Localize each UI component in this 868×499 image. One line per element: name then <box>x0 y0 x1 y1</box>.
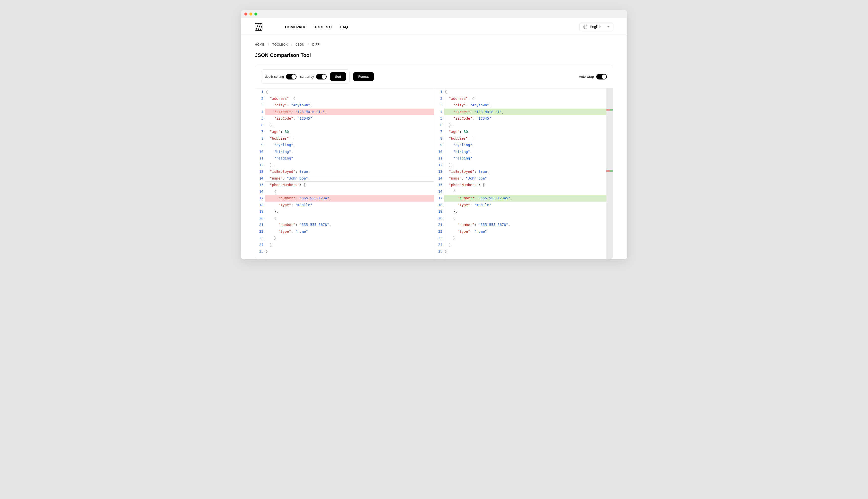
code-line[interactable]: "reading" <box>444 155 606 162</box>
breadcrumb-separator: / <box>291 43 292 46</box>
breadcrumb-item[interactable]: TOOLBOX <box>273 43 288 46</box>
breadcrumb-item[interactable]: JSON <box>296 43 304 46</box>
code-line[interactable]: "cycling", <box>444 142 606 148</box>
depth-sorting-label: depth-sorting <box>265 75 284 78</box>
code-line[interactable]: "hiking", <box>265 148 434 155</box>
code-line[interactable]: "zipCode": "12345" <box>265 115 434 122</box>
code-line[interactable]: "phoneNumbers": [ <box>444 182 606 188</box>
sort-array-toggle[interactable] <box>316 74 327 80</box>
code-line[interactable]: "hobbies": [ <box>444 135 606 142</box>
code-line[interactable]: }, <box>444 208 606 215</box>
code-line[interactable]: { <box>444 188 606 195</box>
code-line[interactable]: "cycling", <box>265 142 434 148</box>
code-line[interactable]: { <box>265 88 434 95</box>
code-line[interactable]: { <box>444 215 606 222</box>
breadcrumb-item[interactable]: HOME <box>255 43 264 46</box>
code-line[interactable]: "street": "123 Main St", <box>444 109 606 115</box>
left-pane[interactable]: 1234567891011121314151617181920212223242… <box>255 88 434 259</box>
code-line[interactable]: ], <box>265 162 434 169</box>
close-window-icon[interactable] <box>244 13 248 15</box>
breadcrumb-item[interactable]: DIFF <box>312 43 320 46</box>
breadcrumb: HOME / TOOLBOX / JSON / DIFF <box>241 36 627 46</box>
code-line[interactable]: }, <box>265 122 434 129</box>
line-number: 16 <box>434 188 443 195</box>
language-selector[interactable]: English <box>579 23 613 31</box>
code-line[interactable]: "type": "home" <box>265 228 434 235</box>
line-number: 8 <box>434 135 443 142</box>
code-line[interactable]: "name": "John Doe", <box>444 175 606 182</box>
line-number: 5 <box>255 115 263 122</box>
maximize-window-icon[interactable] <box>254 13 257 15</box>
line-number: 20 <box>434 215 443 222</box>
code-line[interactable]: "number": "555-555-12345", <box>444 195 606 202</box>
code-line[interactable]: } <box>444 248 606 255</box>
line-number: 20 <box>255 215 263 222</box>
depth-sorting-toggle[interactable] <box>286 74 297 80</box>
code-line[interactable]: { <box>265 215 434 222</box>
chevron-down-icon <box>607 26 610 27</box>
right-code[interactable]: { "address": { "city": "Anytown", "stree… <box>444 88 606 259</box>
code-line[interactable]: "street": "123 Main St.", <box>265 109 434 115</box>
page-title: JSON Comparison Tool <box>241 46 627 62</box>
minimize-window-icon[interactable] <box>249 13 252 15</box>
code-line[interactable]: }, <box>444 122 606 129</box>
code-line[interactable]: ] <box>265 242 434 248</box>
nav-toolbox[interactable]: TOOLBOX <box>314 25 333 29</box>
line-number: 23 <box>255 235 263 242</box>
minimap-diff-marker[interactable] <box>606 170 613 172</box>
right-pane[interactable]: 1234567891011121314151617181920212223242… <box>434 88 613 259</box>
code-line[interactable]: "address": { <box>444 95 606 102</box>
code-line[interactable]: "zipCode": "12345" <box>444 115 606 122</box>
code-line[interactable]: "hobbies": [ <box>265 135 434 142</box>
line-number: 9 <box>255 142 263 148</box>
code-line[interactable]: "isEmployed": true, <box>444 168 606 175</box>
code-line[interactable]: "type": "mobile" <box>265 202 434 208</box>
code-line[interactable]: "isEmployed": true, <box>265 168 434 175</box>
sort-button[interactable]: Sort <box>330 72 346 81</box>
breadcrumb-separator: / <box>308 43 309 46</box>
code-line[interactable]: { <box>444 88 606 95</box>
minimap-diff-marker[interactable] <box>606 109 613 111</box>
code-line[interactable]: ] <box>444 242 606 248</box>
code-line[interactable]: "number": "555-555-1234", <box>265 195 434 202</box>
logo-icon[interactable] <box>255 23 262 31</box>
code-line[interactable]: "number": "555-555-5678", <box>444 221 606 228</box>
code-line[interactable]: "type": "mobile" <box>444 202 606 208</box>
code-line[interactable]: "age": 30, <box>265 129 434 135</box>
auto-wrap-toggle[interactable] <box>596 74 607 80</box>
line-number: 6 <box>255 122 263 129</box>
minimap[interactable] <box>606 88 613 259</box>
left-code[interactable]: { "address": { "city": "Anytown", "stree… <box>265 88 434 259</box>
breadcrumb-separator: / <box>268 43 269 46</box>
line-number: 14 <box>255 175 263 182</box>
code-line[interactable]: ], <box>444 162 606 169</box>
code-line[interactable]: "address": { <box>265 95 434 102</box>
line-number: 11 <box>255 155 263 162</box>
code-line[interactable]: } <box>265 248 434 255</box>
code-line[interactable]: "city": "Anytown", <box>265 102 434 109</box>
nav-homepage[interactable]: HOMEPAGE <box>285 25 306 29</box>
line-number: 25 <box>434 248 443 255</box>
code-line[interactable]: "number": "555-555-5678", <box>265 221 434 228</box>
code-line[interactable]: { <box>265 188 434 195</box>
format-button[interactable]: Format <box>353 72 374 81</box>
code-line[interactable]: "name": "John Doe", <box>265 175 434 182</box>
line-number: 18 <box>434 202 443 208</box>
line-number: 12 <box>434 162 443 169</box>
right-gutter: 1234567891011121314151617181920212223242… <box>434 88 444 259</box>
code-line[interactable]: }, <box>265 208 434 215</box>
code-line[interactable]: "age": 30, <box>444 129 606 135</box>
code-line[interactable]: "type": "home" <box>444 228 606 235</box>
code-line[interactable]: } <box>444 235 606 242</box>
code-line[interactable]: "city": "Anytown", <box>444 102 606 109</box>
code-line[interactable]: "hiking", <box>444 148 606 155</box>
nav-faq[interactable]: FAQ <box>340 25 348 29</box>
code-line[interactable]: } <box>265 235 434 242</box>
code-line[interactable]: "reading" <box>265 155 434 162</box>
line-number: 25 <box>255 248 263 255</box>
code-line[interactable]: "phoneNumbers": [ <box>265 182 434 188</box>
header: HOMEPAGE TOOLBOX FAQ English <box>241 18 627 36</box>
line-number: 14 <box>434 175 443 182</box>
line-number: 10 <box>255 148 263 155</box>
line-number: 3 <box>434 102 443 109</box>
